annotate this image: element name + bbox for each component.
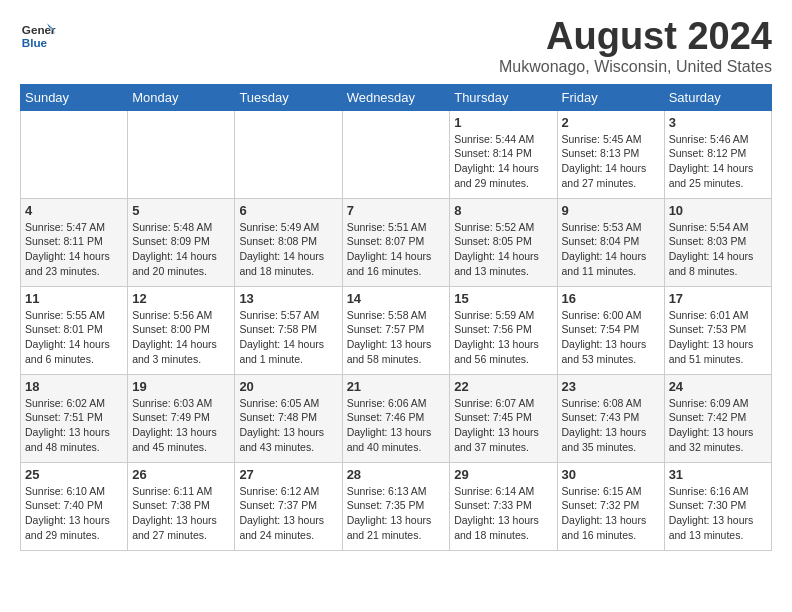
day-number: 22 [454, 379, 552, 394]
day-info: Sunrise: 5:48 AM Sunset: 8:09 PM Dayligh… [132, 220, 230, 279]
calendar-cell: 27Sunrise: 6:12 AM Sunset: 7:37 PM Dayli… [235, 462, 342, 550]
calendar-cell: 10Sunrise: 5:54 AM Sunset: 8:03 PM Dayli… [664, 198, 771, 286]
calendar-cell: 9Sunrise: 5:53 AM Sunset: 8:04 PM Daylig… [557, 198, 664, 286]
logo-icon: General Blue [20, 16, 56, 52]
calendar-cell [128, 110, 235, 198]
day-number: 11 [25, 291, 123, 306]
calendar-cell: 5Sunrise: 5:48 AM Sunset: 8:09 PM Daylig… [128, 198, 235, 286]
day-info: Sunrise: 6:00 AM Sunset: 7:54 PM Dayligh… [562, 308, 660, 367]
svg-text:General: General [22, 23, 56, 36]
day-header-saturday: Saturday [664, 84, 771, 110]
calendar-cell: 21Sunrise: 6:06 AM Sunset: 7:46 PM Dayli… [342, 374, 450, 462]
day-number: 23 [562, 379, 660, 394]
day-info: Sunrise: 5:49 AM Sunset: 8:08 PM Dayligh… [239, 220, 337, 279]
day-info: Sunrise: 5:46 AM Sunset: 8:12 PM Dayligh… [669, 132, 767, 191]
calendar-cell [235, 110, 342, 198]
day-info: Sunrise: 5:56 AM Sunset: 8:00 PM Dayligh… [132, 308, 230, 367]
calendar-cell: 29Sunrise: 6:14 AM Sunset: 7:33 PM Dayli… [450, 462, 557, 550]
day-header-wednesday: Wednesday [342, 84, 450, 110]
calendar-week-1: 1Sunrise: 5:44 AM Sunset: 8:14 PM Daylig… [21, 110, 772, 198]
calendar-cell: 12Sunrise: 5:56 AM Sunset: 8:00 PM Dayli… [128, 286, 235, 374]
day-info: Sunrise: 6:07 AM Sunset: 7:45 PM Dayligh… [454, 396, 552, 455]
calendar-cell: 26Sunrise: 6:11 AM Sunset: 7:38 PM Dayli… [128, 462, 235, 550]
day-info: Sunrise: 6:16 AM Sunset: 7:30 PM Dayligh… [669, 484, 767, 543]
day-number: 30 [562, 467, 660, 482]
day-info: Sunrise: 6:02 AM Sunset: 7:51 PM Dayligh… [25, 396, 123, 455]
day-info: Sunrise: 6:10 AM Sunset: 7:40 PM Dayligh… [25, 484, 123, 543]
day-info: Sunrise: 5:44 AM Sunset: 8:14 PM Dayligh… [454, 132, 552, 191]
calendar-cell: 1Sunrise: 5:44 AM Sunset: 8:14 PM Daylig… [450, 110, 557, 198]
day-number: 28 [347, 467, 446, 482]
day-info: Sunrise: 5:54 AM Sunset: 8:03 PM Dayligh… [669, 220, 767, 279]
subtitle: Mukwonago, Wisconsin, United States [499, 58, 772, 76]
main-title: August 2024 [499, 16, 772, 58]
day-info: Sunrise: 5:45 AM Sunset: 8:13 PM Dayligh… [562, 132, 660, 191]
day-info: Sunrise: 5:53 AM Sunset: 8:04 PM Dayligh… [562, 220, 660, 279]
day-info: Sunrise: 5:51 AM Sunset: 8:07 PM Dayligh… [347, 220, 446, 279]
calendar-cell: 19Sunrise: 6:03 AM Sunset: 7:49 PM Dayli… [128, 374, 235, 462]
day-number: 27 [239, 467, 337, 482]
day-info: Sunrise: 6:14 AM Sunset: 7:33 PM Dayligh… [454, 484, 552, 543]
calendar-cell: 4Sunrise: 5:47 AM Sunset: 8:11 PM Daylig… [21, 198, 128, 286]
day-number: 26 [132, 467, 230, 482]
calendar-cell: 7Sunrise: 5:51 AM Sunset: 8:07 PM Daylig… [342, 198, 450, 286]
calendar-cell: 8Sunrise: 5:52 AM Sunset: 8:05 PM Daylig… [450, 198, 557, 286]
day-number: 7 [347, 203, 446, 218]
day-number: 18 [25, 379, 123, 394]
calendar-cell: 2Sunrise: 5:45 AM Sunset: 8:13 PM Daylig… [557, 110, 664, 198]
day-info: Sunrise: 6:01 AM Sunset: 7:53 PM Dayligh… [669, 308, 767, 367]
day-header-thursday: Thursday [450, 84, 557, 110]
day-number: 10 [669, 203, 767, 218]
calendar-cell: 14Sunrise: 5:58 AM Sunset: 7:57 PM Dayli… [342, 286, 450, 374]
calendar-header-row: SundayMondayTuesdayWednesdayThursdayFrid… [21, 84, 772, 110]
day-info: Sunrise: 5:58 AM Sunset: 7:57 PM Dayligh… [347, 308, 446, 367]
logo: General Blue [20, 16, 56, 52]
day-number: 25 [25, 467, 123, 482]
calendar-week-2: 4Sunrise: 5:47 AM Sunset: 8:11 PM Daylig… [21, 198, 772, 286]
calendar-cell: 17Sunrise: 6:01 AM Sunset: 7:53 PM Dayli… [664, 286, 771, 374]
calendar-week-3: 11Sunrise: 5:55 AM Sunset: 8:01 PM Dayli… [21, 286, 772, 374]
day-number: 13 [239, 291, 337, 306]
calendar: SundayMondayTuesdayWednesdayThursdayFrid… [20, 84, 772, 551]
day-header-sunday: Sunday [21, 84, 128, 110]
calendar-cell: 31Sunrise: 6:16 AM Sunset: 7:30 PM Dayli… [664, 462, 771, 550]
calendar-cell: 15Sunrise: 5:59 AM Sunset: 7:56 PM Dayli… [450, 286, 557, 374]
day-number: 31 [669, 467, 767, 482]
day-info: Sunrise: 6:12 AM Sunset: 7:37 PM Dayligh… [239, 484, 337, 543]
day-info: Sunrise: 6:08 AM Sunset: 7:43 PM Dayligh… [562, 396, 660, 455]
day-number: 3 [669, 115, 767, 130]
calendar-cell: 28Sunrise: 6:13 AM Sunset: 7:35 PM Dayli… [342, 462, 450, 550]
calendar-cell: 18Sunrise: 6:02 AM Sunset: 7:51 PM Dayli… [21, 374, 128, 462]
calendar-cell: 22Sunrise: 6:07 AM Sunset: 7:45 PM Dayli… [450, 374, 557, 462]
day-number: 20 [239, 379, 337, 394]
day-number: 12 [132, 291, 230, 306]
day-info: Sunrise: 6:13 AM Sunset: 7:35 PM Dayligh… [347, 484, 446, 543]
calendar-cell: 13Sunrise: 5:57 AM Sunset: 7:58 PM Dayli… [235, 286, 342, 374]
day-info: Sunrise: 6:03 AM Sunset: 7:49 PM Dayligh… [132, 396, 230, 455]
day-info: Sunrise: 5:47 AM Sunset: 8:11 PM Dayligh… [25, 220, 123, 279]
calendar-cell: 25Sunrise: 6:10 AM Sunset: 7:40 PM Dayli… [21, 462, 128, 550]
day-number: 2 [562, 115, 660, 130]
calendar-cell: 20Sunrise: 6:05 AM Sunset: 7:48 PM Dayli… [235, 374, 342, 462]
calendar-cell: 3Sunrise: 5:46 AM Sunset: 8:12 PM Daylig… [664, 110, 771, 198]
day-info: Sunrise: 6:05 AM Sunset: 7:48 PM Dayligh… [239, 396, 337, 455]
day-number: 15 [454, 291, 552, 306]
calendar-cell: 30Sunrise: 6:15 AM Sunset: 7:32 PM Dayli… [557, 462, 664, 550]
day-header-friday: Friday [557, 84, 664, 110]
calendar-cell: 16Sunrise: 6:00 AM Sunset: 7:54 PM Dayli… [557, 286, 664, 374]
day-number: 14 [347, 291, 446, 306]
day-number: 29 [454, 467, 552, 482]
day-header-tuesday: Tuesday [235, 84, 342, 110]
day-number: 24 [669, 379, 767, 394]
calendar-week-4: 18Sunrise: 6:02 AM Sunset: 7:51 PM Dayli… [21, 374, 772, 462]
day-info: Sunrise: 5:57 AM Sunset: 7:58 PM Dayligh… [239, 308, 337, 367]
title-block: August 2024 Mukwonago, Wisconsin, United… [499, 16, 772, 76]
calendar-week-5: 25Sunrise: 6:10 AM Sunset: 7:40 PM Dayli… [21, 462, 772, 550]
day-header-monday: Monday [128, 84, 235, 110]
day-number: 17 [669, 291, 767, 306]
day-info: Sunrise: 6:15 AM Sunset: 7:32 PM Dayligh… [562, 484, 660, 543]
day-number: 21 [347, 379, 446, 394]
day-info: Sunrise: 6:09 AM Sunset: 7:42 PM Dayligh… [669, 396, 767, 455]
day-number: 4 [25, 203, 123, 218]
day-info: Sunrise: 5:59 AM Sunset: 7:56 PM Dayligh… [454, 308, 552, 367]
